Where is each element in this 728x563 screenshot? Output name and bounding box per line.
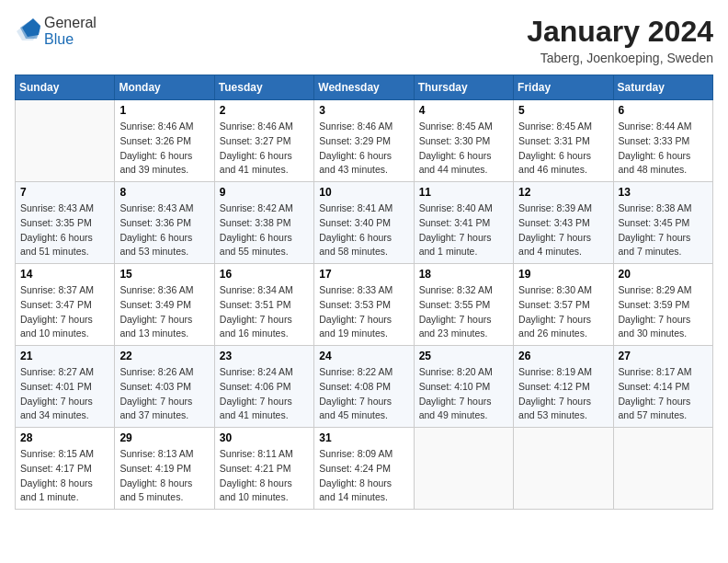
day-cell: 16Sunrise: 8:34 AMSunset: 3:51 PMDayligh…: [214, 264, 313, 346]
day-info: Sunrise: 8:33 AMSunset: 3:53 PMDaylight:…: [319, 283, 408, 341]
day-number: 7: [20, 186, 109, 199]
day-cell: 8Sunrise: 8:43 AMSunset: 3:36 PMDaylight…: [115, 182, 214, 264]
day-number: 4: [419, 104, 508, 117]
day-cell: [613, 428, 712, 510]
day-info: Sunrise: 8:37 AMSunset: 3:47 PMDaylight:…: [20, 283, 109, 341]
day-cell: 11Sunrise: 8:40 AMSunset: 3:41 PMDayligh…: [414, 182, 513, 264]
day-cell: 21Sunrise: 8:27 AMSunset: 4:01 PMDayligh…: [16, 346, 115, 428]
day-info: Sunrise: 8:22 AMSunset: 4:08 PMDaylight:…: [319, 365, 408, 423]
day-cell: 24Sunrise: 8:22 AMSunset: 4:08 PMDayligh…: [314, 346, 414, 428]
day-cell: 22Sunrise: 8:26 AMSunset: 4:03 PMDayligh…: [115, 346, 214, 428]
day-cell: [514, 428, 613, 510]
day-number: 15: [119, 268, 209, 281]
day-cell: 26Sunrise: 8:19 AMSunset: 4:12 PMDayligh…: [514, 346, 613, 428]
day-number: 16: [220, 268, 309, 281]
day-cell: 19Sunrise: 8:30 AMSunset: 3:57 PMDayligh…: [514, 264, 613, 346]
day-cell: 13Sunrise: 8:38 AMSunset: 3:45 PMDayligh…: [613, 182, 712, 264]
day-cell: 27Sunrise: 8:17 AMSunset: 4:14 PMDayligh…: [613, 346, 712, 428]
logo-text: General Blue: [44, 15, 97, 48]
day-cell: 5Sunrise: 8:45 AMSunset: 3:31 PMDaylight…: [514, 100, 613, 182]
week-row-2: 7Sunrise: 8:43 AMSunset: 3:35 PMDaylight…: [16, 182, 713, 264]
day-info: Sunrise: 8:24 AMSunset: 4:06 PMDaylight:…: [220, 365, 309, 423]
day-number: 26: [518, 350, 608, 362]
day-info: Sunrise: 8:19 AMSunset: 4:12 PMDaylight:…: [518, 365, 608, 423]
logo-blue: Blue: [44, 31, 74, 47]
day-cell: 12Sunrise: 8:39 AMSunset: 3:43 PMDayligh…: [514, 182, 613, 264]
day-info: Sunrise: 8:46 AMSunset: 3:29 PMDaylight:…: [319, 120, 408, 178]
day-info: Sunrise: 8:30 AMSunset: 3:57 PMDaylight:…: [518, 283, 608, 341]
week-row-4: 21Sunrise: 8:27 AMSunset: 4:01 PMDayligh…: [16, 346, 713, 428]
day-number: 10: [319, 186, 408, 199]
day-of-week-tuesday: Tuesday: [214, 75, 313, 100]
day-number: 19: [518, 268, 608, 281]
day-number: 5: [518, 104, 608, 117]
week-row-1: 1Sunrise: 8:46 AMSunset: 3:26 PMDaylight…: [16, 100, 713, 182]
day-of-week-thursday: Thursday: [414, 75, 513, 100]
day-info: Sunrise: 8:39 AMSunset: 3:43 PMDaylight:…: [518, 201, 608, 259]
day-number: 22: [119, 350, 209, 362]
day-info: Sunrise: 8:45 AMSunset: 3:30 PMDaylight:…: [419, 120, 508, 178]
day-info: Sunrise: 8:27 AMSunset: 4:01 PMDaylight:…: [20, 365, 109, 423]
day-info: Sunrise: 8:44 AMSunset: 3:33 PMDaylight:…: [619, 120, 708, 178]
day-info: Sunrise: 8:43 AMSunset: 3:36 PMDaylight:…: [119, 201, 209, 259]
day-info: Sunrise: 8:26 AMSunset: 4:03 PMDaylight:…: [119, 365, 209, 423]
day-of-week-monday: Monday: [115, 75, 214, 100]
day-of-week-saturday: Saturday: [613, 75, 712, 100]
day-cell: 17Sunrise: 8:33 AMSunset: 3:53 PMDayligh…: [314, 264, 414, 346]
day-of-week-friday: Friday: [514, 75, 613, 100]
day-number: 8: [119, 186, 209, 199]
day-number: 25: [419, 350, 508, 362]
days-of-week-row: SundayMondayTuesdayWednesdayThursdayFrid…: [16, 75, 713, 100]
calendar-table: SundayMondayTuesdayWednesdayThursdayFrid…: [15, 75, 713, 510]
day-info: Sunrise: 8:45 AMSunset: 3:31 PMDaylight:…: [518, 120, 608, 178]
day-number: 18: [419, 268, 508, 281]
day-info: Sunrise: 8:43 AMSunset: 3:35 PMDaylight:…: [20, 201, 109, 259]
day-number: 17: [319, 268, 408, 281]
page-header: General Blue January 2024 Taberg, Joenko…: [15, 15, 713, 65]
day-number: 2: [220, 104, 309, 117]
day-info: Sunrise: 8:29 AMSunset: 3:59 PMDaylight:…: [619, 283, 708, 341]
day-info: Sunrise: 8:20 AMSunset: 4:10 PMDaylight:…: [419, 365, 508, 423]
day-cell: 3Sunrise: 8:46 AMSunset: 3:29 PMDaylight…: [314, 100, 414, 182]
day-of-week-sunday: Sunday: [16, 75, 115, 100]
day-cell: 4Sunrise: 8:45 AMSunset: 3:30 PMDaylight…: [414, 100, 513, 182]
day-info: Sunrise: 8:36 AMSunset: 3:49 PMDaylight:…: [119, 283, 209, 341]
day-cell: 9Sunrise: 8:42 AMSunset: 3:38 PMDaylight…: [214, 182, 313, 264]
day-number: 31: [319, 431, 408, 444]
day-cell: 31Sunrise: 8:09 AMSunset: 4:24 PMDayligh…: [314, 428, 414, 510]
day-info: Sunrise: 8:42 AMSunset: 3:38 PMDaylight:…: [220, 201, 309, 259]
day-info: Sunrise: 8:11 AMSunset: 4:21 PMDaylight:…: [220, 447, 309, 505]
day-info: Sunrise: 8:13 AMSunset: 4:19 PMDaylight:…: [119, 447, 209, 505]
day-number: 6: [619, 104, 708, 117]
day-info: Sunrise: 8:40 AMSunset: 3:41 PMDaylight:…: [419, 201, 508, 259]
day-cell: 30Sunrise: 8:11 AMSunset: 4:21 PMDayligh…: [214, 428, 313, 510]
day-number: 27: [619, 350, 708, 362]
logo: General Blue: [15, 15, 97, 48]
day-info: Sunrise: 8:09 AMSunset: 4:24 PMDaylight:…: [319, 447, 408, 505]
day-cell: 25Sunrise: 8:20 AMSunset: 4:10 PMDayligh…: [414, 346, 513, 428]
day-info: Sunrise: 8:32 AMSunset: 3:55 PMDaylight:…: [419, 283, 508, 341]
day-number: 3: [319, 104, 408, 117]
day-number: 20: [619, 268, 708, 281]
day-cell: 1Sunrise: 8:46 AMSunset: 3:26 PMDaylight…: [115, 100, 214, 182]
day-info: Sunrise: 8:15 AMSunset: 4:17 PMDaylight:…: [20, 447, 109, 505]
day-number: 23: [220, 350, 309, 362]
day-cell: 14Sunrise: 8:37 AMSunset: 3:47 PMDayligh…: [16, 264, 115, 346]
day-info: Sunrise: 8:46 AMSunset: 3:27 PMDaylight:…: [220, 120, 309, 178]
month-year-title: January 2024: [527, 15, 713, 49]
day-cell: 7Sunrise: 8:43 AMSunset: 3:35 PMDaylight…: [16, 182, 115, 264]
day-of-week-wednesday: Wednesday: [314, 75, 414, 100]
day-cell: 29Sunrise: 8:13 AMSunset: 4:19 PMDayligh…: [115, 428, 214, 510]
day-cell: 6Sunrise: 8:44 AMSunset: 3:33 PMDaylight…: [613, 100, 712, 182]
day-number: 1: [119, 104, 209, 117]
day-cell: 15Sunrise: 8:36 AMSunset: 3:49 PMDayligh…: [115, 264, 214, 346]
day-cell: [414, 428, 513, 510]
day-number: 9: [220, 186, 309, 199]
location-subtitle: Taberg, Joenkoeping, Sweden: [527, 51, 713, 65]
logo-general: General: [44, 15, 97, 30]
week-row-5: 28Sunrise: 8:15 AMSunset: 4:17 PMDayligh…: [16, 428, 713, 510]
day-number: 29: [119, 431, 209, 444]
day-number: 30: [220, 431, 309, 444]
day-info: Sunrise: 8:17 AMSunset: 4:14 PMDaylight:…: [619, 365, 708, 423]
logo-icon: [15, 18, 40, 44]
